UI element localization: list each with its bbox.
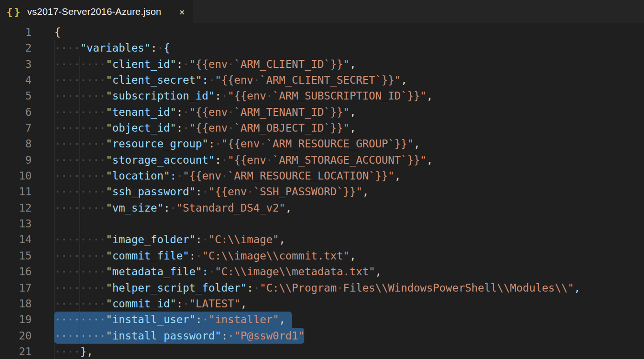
code-line[interactable]: 6········"tenant_id":·"{{env·`ARM_TENANT… — [0, 104, 644, 120]
line-number[interactable]: 13 — [0, 216, 32, 232]
code-tokens: ········"client_secret":·"{{env·`ARM_CLI… — [54, 72, 407, 88]
line-number[interactable]: 17 — [0, 280, 32, 296]
line-number[interactable]: 16 — [0, 264, 32, 279]
code-tokens: ········"ssh_password":·"{{env·`SSH_PASS… — [54, 184, 369, 199]
code-tokens: ········"storage_account":·"{{env·`ARM_S… — [54, 152, 433, 168]
code-tokens: ········"resource_group":·"{{env·`ARM_RE… — [54, 136, 420, 152]
code-line[interactable]: 19········"install_user":·"installer", — [0, 312, 644, 327]
code-tokens: ········"tenant_id":·"{{env·`ARM_TENANT_… — [54, 104, 356, 120]
code-line[interactable]: 13 — [0, 216, 644, 232]
code-line-content: ········"storage_account":·"{{env·`ARM_S… — [54, 152, 644, 168]
code-line-content: ········"object_id":·"{{env·`ARM_OBJECT_… — [54, 120, 644, 136]
code-line-content: { — [54, 24, 644, 40]
indent-guide — [80, 216, 80, 232]
line-number[interactable]: 9 — [0, 152, 32, 168]
line-number[interactable]: 3 — [0, 56, 32, 72]
code-line[interactable]: 17········"helper_script_folder":·"C:\\P… — [0, 280, 644, 296]
code-line[interactable]: 10········"location":·"{{env·`ARM_RESOUR… — [0, 168, 644, 184]
code-line[interactable]: 7········"object_id":·"{{env·`ARM_OBJECT… — [0, 120, 644, 136]
code-line-content: ········"commit_file":·"C:\\image\\commi… — [54, 248, 644, 264]
code-line-content: ········"client_id":·"{{env·`ARM_CLIENT_… — [54, 56, 644, 72]
code-tokens: ········"install_password":·"P@ssw0rd1" — [54, 328, 305, 344]
line-number[interactable]: 18 — [0, 296, 32, 312]
code-tokens: ········"metadata_file":·"C:\\image\\met… — [54, 264, 382, 279]
code-tokens: ····}, — [54, 344, 93, 359]
code-line-content: ········"image_folder":·"C:\\image", — [54, 232, 644, 247]
line-number[interactable]: 12 — [0, 200, 32, 216]
line-number[interactable]: 11 — [0, 184, 32, 199]
code-line-content: ········"install_password":·"P@ssw0rd1" — [54, 328, 644, 344]
code-line-content: ········"resource_group":·"{{env·`ARM_RE… — [54, 136, 644, 152]
line-number[interactable]: 2 — [0, 40, 32, 56]
line-number[interactable]: 6 — [0, 104, 32, 120]
code-line[interactable]: 12········"vm_size":·"Standard_DS4_v2", — [0, 200, 644, 216]
code-line-content: ········"helper_script_folder":·"C:\\Pro… — [54, 280, 644, 296]
tab-close-icon[interactable]: ✕ — [180, 7, 185, 16]
line-number[interactable]: 19 — [0, 312, 32, 327]
code-line[interactable]: 5········"subscription_id":·"{{env·`ARM_… — [0, 88, 644, 104]
code-line-content — [54, 216, 644, 232]
code-line[interactable]: 11········"ssh_password":·"{{env·`SSH_PA… — [0, 184, 644, 199]
line-number[interactable]: 8 — [0, 136, 32, 152]
code-line[interactable]: 1{ — [0, 24, 644, 40]
code-line-content: ········"ssh_password":·"{{env·`SSH_PASS… — [54, 184, 644, 199]
code-tokens: ········"helper_script_folder":·"C:\\Pro… — [54, 280, 580, 296]
code-tokens: ········"location":·"{{env·`ARM_RESOURCE… — [54, 168, 401, 184]
code-line[interactable]: 14········"image_folder":·"C:\\image", — [0, 232, 644, 247]
code-line-content: ········"commit_id":·"LATEST", — [54, 296, 644, 312]
line-number[interactable]: 20 — [0, 328, 32, 344]
code-tokens: ········"image_folder":·"C:\\image", — [54, 232, 285, 247]
editor-window: {} vs2017-Server2016-Azure.json ✕ 1{2···… — [0, 0, 644, 359]
code-tokens: ········"install_user":·"installer", — [54, 312, 285, 327]
code-tokens: ········"vm_size":·"Standard_DS4_v2", — [54, 200, 292, 216]
tab-title: vs2017-Server2016-Azure.json — [27, 6, 173, 17]
code-line-content: ········"location":·"{{env·`ARM_RESOURCE… — [54, 168, 644, 184]
code-line[interactable]: 9········"storage_account":·"{{env·`ARM_… — [0, 152, 644, 168]
line-number[interactable]: 5 — [0, 88, 32, 104]
code-tokens: ········"client_id":·"{{env·`ARM_CLIENT_… — [54, 56, 356, 72]
code-line[interactable]: 20········"install_password":·"P@ssw0rd1… — [0, 328, 644, 344]
code-line[interactable]: 18········"commit_id":·"LATEST", — [0, 296, 644, 312]
code-tokens: ········"commit_id":·"LATEST", — [54, 296, 247, 312]
json-file-icon: {} — [7, 6, 22, 18]
line-number[interactable]: 14 — [0, 232, 32, 247]
line-number[interactable]: 7 — [0, 120, 32, 136]
code-line[interactable]: 8········"resource_group":·"{{env·`ARM_R… — [0, 136, 644, 152]
code-line[interactable]: 2····"variables":·{ — [0, 40, 644, 56]
code-line-content: ········"vm_size":·"Standard_DS4_v2", — [54, 200, 644, 216]
line-number[interactable]: 10 — [0, 168, 32, 184]
code-line-content: ········"subscription_id":·"{{env·`ARM_S… — [54, 88, 644, 104]
code-tokens: ········"object_id":·"{{env·`ARM_OBJECT_… — [54, 120, 356, 136]
code-line-content: ········"install_user":·"installer", — [54, 312, 644, 327]
line-number[interactable]: 15 — [0, 248, 32, 264]
line-number[interactable]: 1 — [0, 24, 32, 40]
code-line[interactable]: 15········"commit_file":·"C:\\image\\com… — [0, 248, 644, 264]
code-tokens: ········"subscription_id":·"{{env·`ARM_S… — [54, 88, 433, 104]
code-line-content: ····"variables":·{ — [54, 40, 644, 56]
line-number[interactable]: 4 — [0, 72, 32, 88]
code-line-content: ····}, — [54, 344, 644, 359]
code-editor[interactable]: 1{2····"variables":·{3········"client_id… — [0, 23, 644, 359]
code-tokens: { — [54, 24, 61, 40]
code-line-content: ········"tenant_id":·"{{env·`ARM_TENANT_… — [54, 104, 644, 120]
code-line[interactable]: 4········"client_secret":·"{{env·`ARM_CL… — [0, 72, 644, 88]
tab-bar: {} vs2017-Server2016-Azure.json ✕ — [0, 0, 644, 23]
code-line-content: ········"metadata_file":·"C:\\image\\met… — [54, 264, 644, 279]
code-line[interactable]: 3········"client_id":·"{{env·`ARM_CLIENT… — [0, 56, 644, 72]
tab-json-file[interactable]: {} vs2017-Server2016-Azure.json ✕ — [0, 0, 193, 23]
code-line-content: ········"client_secret":·"{{env·`ARM_CLI… — [54, 72, 644, 88]
indent-guide — [54, 216, 54, 232]
code-line[interactable]: 16········"metadata_file":·"C:\\image\\m… — [0, 264, 644, 279]
code-tokens: ····"variables":·{ — [54, 40, 170, 56]
code-tokens: ········"commit_file":·"C:\\image\\commi… — [54, 248, 356, 264]
line-number[interactable]: 21 — [0, 344, 32, 359]
code-line[interactable]: 21····}, — [0, 344, 644, 359]
